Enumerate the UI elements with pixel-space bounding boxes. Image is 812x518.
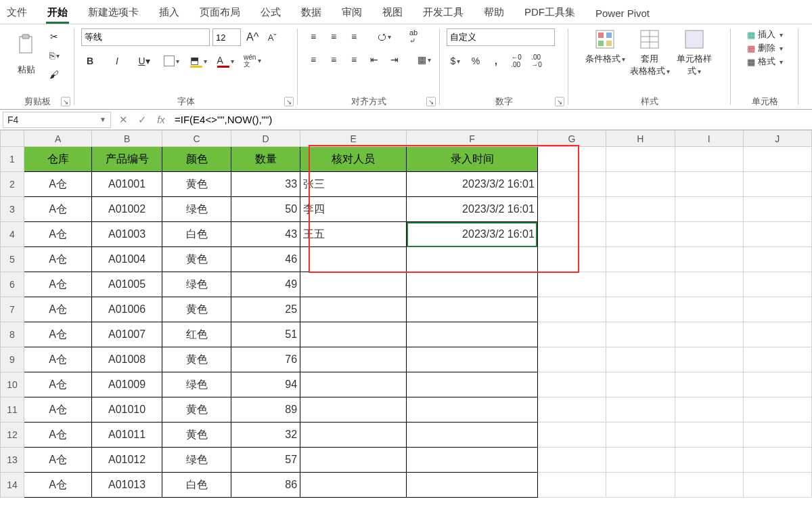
row-header-5[interactable]: 5	[1, 247, 24, 272]
col-header-C[interactable]: C	[162, 131, 231, 147]
row-header-4[interactable]: 4	[1, 222, 24, 247]
cell-A12[interactable]: A仓	[24, 423, 92, 448]
row-header-13[interactable]: 13	[1, 448, 24, 473]
cell-D13[interactable]: 57	[231, 448, 300, 473]
row-header-10[interactable]: 10	[1, 372, 24, 397]
align-center-icon[interactable]: ≡	[325, 51, 342, 68]
cell-B10[interactable]: A01009	[92, 372, 162, 397]
cell-C13[interactable]: 绿色	[162, 448, 231, 473]
cell-F12[interactable]	[407, 423, 538, 448]
cell-I4[interactable]	[675, 222, 743, 247]
cell-G14[interactable]	[537, 473, 606, 498]
cell-J12[interactable]	[743, 423, 811, 448]
shrink-font-icon[interactable]: Aˇ	[264, 28, 280, 46]
cell-H12[interactable]	[606, 423, 675, 448]
cell-J6[interactable]	[743, 272, 811, 297]
cell-C11[interactable]: 黄色	[162, 397, 231, 423]
cell-F11[interactable]	[407, 397, 538, 423]
cell-G13[interactable]	[537, 448, 606, 473]
cell-F3[interactable]: 2023/3/2 16:01	[407, 197, 538, 222]
cell-A9[interactable]: A仓	[24, 347, 92, 372]
cell-E3[interactable]: 李四	[300, 197, 407, 222]
cell-D4[interactable]: 43	[231, 222, 300, 247]
copy-icon[interactable]: ⎘	[45, 47, 63, 64]
borders-button[interactable]	[162, 53, 180, 69]
cell-H1[interactable]	[606, 147, 675, 172]
cell-E4[interactable]: 王五	[300, 222, 407, 247]
font-name-select[interactable]	[81, 28, 210, 46]
cell-D14[interactable]: 86	[231, 473, 300, 498]
row-header-3[interactable]: 3	[1, 197, 24, 222]
cell-E1[interactable]: 核对人员	[300, 147, 407, 172]
cell-G8[interactable]	[537, 322, 606, 347]
row-header-14[interactable]: 14	[1, 473, 24, 498]
cell-F1[interactable]: 录入时间	[407, 147, 538, 172]
tab-审阅[interactable]: 审阅	[340, 3, 363, 24]
tab-Power Pivot[interactable]: Power Pivot	[594, 5, 651, 24]
cell-J8[interactable]	[743, 322, 811, 347]
number-format-select[interactable]	[447, 28, 555, 46]
row-header-1[interactable]: 1	[1, 147, 24, 172]
cell-A8[interactable]: A仓	[24, 322, 92, 347]
cell-I13[interactable]	[675, 448, 743, 473]
cell-C12[interactable]: 黄色	[162, 423, 231, 448]
insert-cells-button[interactable]: ▦插入	[747, 28, 783, 41]
tab-插入[interactable]: 插入	[158, 3, 181, 24]
fx-icon[interactable]: fx	[152, 114, 171, 125]
cell-A3[interactable]: A仓	[24, 197, 92, 222]
cell-C7[interactable]: 黄色	[162, 297, 231, 322]
cell-F2[interactable]: 2023/3/2 16:01	[407, 172, 538, 197]
cell-D3[interactable]: 50	[231, 197, 300, 222]
cell-B8[interactable]: A01007	[92, 322, 162, 347]
cell-I1[interactable]	[675, 147, 743, 172]
col-header-B[interactable]: B	[92, 131, 162, 147]
tab-数据[interactable]: 数据	[300, 3, 323, 24]
cell-E12[interactable]	[300, 423, 407, 448]
cell-D9[interactable]: 76	[231, 347, 300, 372]
cell-D11[interactable]: 89	[231, 397, 300, 423]
align-left-icon[interactable]: ≡	[304, 51, 322, 68]
cell-J5[interactable]	[743, 247, 811, 272]
tab-开发工具[interactable]: 开发工具	[422, 3, 465, 24]
cell-A11[interactable]: A仓	[24, 397, 92, 423]
cell-J4[interactable]	[743, 222, 811, 247]
cell-G6[interactable]	[537, 272, 606, 297]
table-format-label[interactable]: 套用 表格格式	[629, 53, 670, 77]
tab-开始[interactable]: 开始	[46, 3, 69, 24]
cell-J9[interactable]	[743, 347, 811, 372]
cell-G10[interactable]	[537, 372, 606, 397]
cell-B9[interactable]: A01008	[92, 347, 162, 372]
cell-A2[interactable]: A仓	[24, 172, 92, 197]
cell-I12[interactable]	[675, 423, 743, 448]
increase-decimal-icon[interactable]: ←0.00	[508, 53, 525, 69]
cell-styles-icon[interactable]	[683, 28, 705, 50]
cell-H3[interactable]	[606, 197, 675, 222]
cell-F10[interactable]	[407, 372, 538, 397]
cell-F14[interactable]	[407, 473, 538, 498]
formula-cancel-icon[interactable]: ✕	[114, 114, 133, 126]
cell-E5[interactable]	[300, 247, 407, 272]
cell-G5[interactable]	[537, 247, 606, 272]
tab-新建选项卡[interactable]: 新建选项卡	[87, 3, 140, 24]
grow-font-icon[interactable]: A^	[244, 28, 261, 46]
cell-J10[interactable]	[743, 372, 811, 397]
cell-J1[interactable]	[743, 147, 811, 172]
cell-I11[interactable]	[675, 397, 743, 423]
cell-J7[interactable]	[743, 297, 811, 322]
cell-G9[interactable]	[537, 347, 606, 372]
cell-F6[interactable]	[407, 272, 538, 297]
cell-G12[interactable]	[537, 423, 606, 448]
format-cells-button[interactable]: ▦格式	[747, 56, 783, 68]
cell-E9[interactable]	[300, 347, 407, 372]
cell-D12[interactable]: 32	[231, 423, 300, 448]
formula-enter-icon[interactable]: ✓	[133, 114, 152, 126]
cell-F13[interactable]	[407, 448, 538, 473]
decrease-indent-icon[interactable]: ⇤	[365, 51, 383, 68]
align-middle-icon[interactable]: ≡	[325, 28, 342, 45]
cell-H6[interactable]	[606, 272, 675, 297]
conditional-format-label[interactable]: 条件格式	[585, 53, 625, 65]
cell-F9[interactable]	[407, 347, 538, 372]
cell-I6[interactable]	[675, 272, 743, 297]
cell-F4[interactable]: 2023/3/2 16:01	[407, 222, 538, 247]
cell-styles-label[interactable]: 单元格样式	[674, 53, 715, 77]
